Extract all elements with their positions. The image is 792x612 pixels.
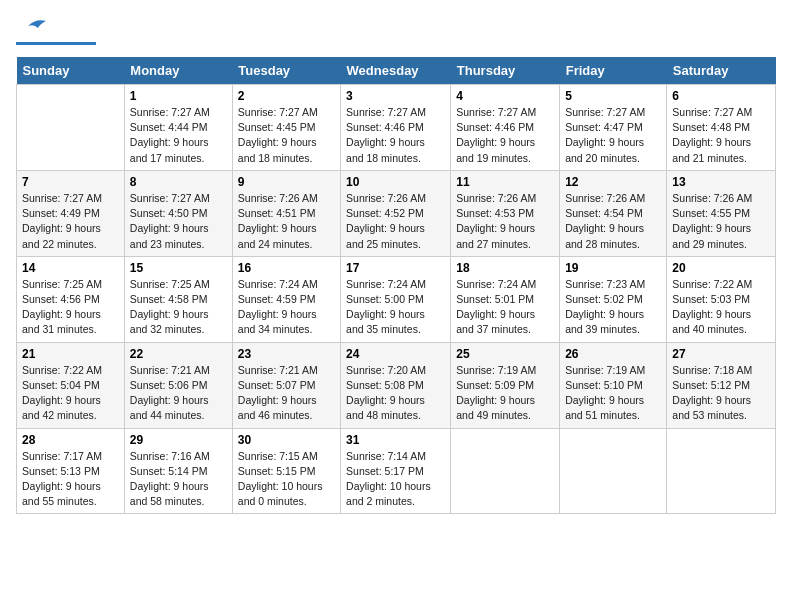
day-number: 15	[130, 261, 227, 275]
day-number: 28	[22, 433, 119, 447]
calendar-cell: 6Sunrise: 7:27 AM Sunset: 4:48 PM Daylig…	[667, 85, 776, 171]
calendar-cell: 30Sunrise: 7:15 AM Sunset: 5:15 PM Dayli…	[232, 428, 340, 514]
day-info: Sunrise: 7:27 AM Sunset: 4:50 PM Dayligh…	[130, 191, 227, 252]
calendar-cell	[451, 428, 560, 514]
calendar-cell: 23Sunrise: 7:21 AM Sunset: 5:07 PM Dayli…	[232, 342, 340, 428]
day-header-friday: Friday	[560, 57, 667, 85]
day-number: 16	[238, 261, 335, 275]
calendar-cell: 1Sunrise: 7:27 AM Sunset: 4:44 PM Daylig…	[124, 85, 232, 171]
day-number: 29	[130, 433, 227, 447]
day-number: 25	[456, 347, 554, 361]
day-info: Sunrise: 7:26 AM Sunset: 4:53 PM Dayligh…	[456, 191, 554, 252]
day-info: Sunrise: 7:20 AM Sunset: 5:08 PM Dayligh…	[346, 363, 445, 424]
calendar-cell: 18Sunrise: 7:24 AM Sunset: 5:01 PM Dayli…	[451, 256, 560, 342]
day-number: 21	[22, 347, 119, 361]
calendar-cell	[667, 428, 776, 514]
calendar-cell: 22Sunrise: 7:21 AM Sunset: 5:06 PM Dayli…	[124, 342, 232, 428]
calendar-cell: 29Sunrise: 7:16 AM Sunset: 5:14 PM Dayli…	[124, 428, 232, 514]
day-info: Sunrise: 7:21 AM Sunset: 5:06 PM Dayligh…	[130, 363, 227, 424]
calendar-table: SundayMondayTuesdayWednesdayThursdayFrid…	[16, 57, 776, 514]
calendar-week-row: 1Sunrise: 7:27 AM Sunset: 4:44 PM Daylig…	[17, 85, 776, 171]
day-number: 9	[238, 175, 335, 189]
page-header	[16, 16, 776, 45]
day-header-thursday: Thursday	[451, 57, 560, 85]
day-info: Sunrise: 7:25 AM Sunset: 4:58 PM Dayligh…	[130, 277, 227, 338]
day-number: 30	[238, 433, 335, 447]
day-info: Sunrise: 7:26 AM Sunset: 4:52 PM Dayligh…	[346, 191, 445, 252]
logo-underline	[16, 42, 96, 45]
day-info: Sunrise: 7:26 AM Sunset: 4:55 PM Dayligh…	[672, 191, 770, 252]
day-number: 8	[130, 175, 227, 189]
calendar-cell: 26Sunrise: 7:19 AM Sunset: 5:10 PM Dayli…	[560, 342, 667, 428]
calendar-cell: 27Sunrise: 7:18 AM Sunset: 5:12 PM Dayli…	[667, 342, 776, 428]
day-number: 7	[22, 175, 119, 189]
calendar-week-row: 21Sunrise: 7:22 AM Sunset: 5:04 PM Dayli…	[17, 342, 776, 428]
day-info: Sunrise: 7:26 AM Sunset: 4:51 PM Dayligh…	[238, 191, 335, 252]
day-number: 3	[346, 89, 445, 103]
day-info: Sunrise: 7:26 AM Sunset: 4:54 PM Dayligh…	[565, 191, 661, 252]
calendar-cell: 9Sunrise: 7:26 AM Sunset: 4:51 PM Daylig…	[232, 170, 340, 256]
day-info: Sunrise: 7:24 AM Sunset: 5:00 PM Dayligh…	[346, 277, 445, 338]
day-number: 11	[456, 175, 554, 189]
day-info: Sunrise: 7:14 AM Sunset: 5:17 PM Dayligh…	[346, 449, 445, 510]
day-info: Sunrise: 7:27 AM Sunset: 4:44 PM Dayligh…	[130, 105, 227, 166]
day-info: Sunrise: 7:16 AM Sunset: 5:14 PM Dayligh…	[130, 449, 227, 510]
day-info: Sunrise: 7:27 AM Sunset: 4:46 PM Dayligh…	[456, 105, 554, 166]
day-number: 4	[456, 89, 554, 103]
calendar-cell: 16Sunrise: 7:24 AM Sunset: 4:59 PM Dayli…	[232, 256, 340, 342]
calendar-week-row: 7Sunrise: 7:27 AM Sunset: 4:49 PM Daylig…	[17, 170, 776, 256]
calendar-cell: 20Sunrise: 7:22 AM Sunset: 5:03 PM Dayli…	[667, 256, 776, 342]
day-number: 17	[346, 261, 445, 275]
day-info: Sunrise: 7:24 AM Sunset: 4:59 PM Dayligh…	[238, 277, 335, 338]
calendar-cell: 24Sunrise: 7:20 AM Sunset: 5:08 PM Dayli…	[341, 342, 451, 428]
day-number: 26	[565, 347, 661, 361]
day-info: Sunrise: 7:25 AM Sunset: 4:56 PM Dayligh…	[22, 277, 119, 338]
day-number: 18	[456, 261, 554, 275]
day-info: Sunrise: 7:24 AM Sunset: 5:01 PM Dayligh…	[456, 277, 554, 338]
day-info: Sunrise: 7:27 AM Sunset: 4:47 PM Dayligh…	[565, 105, 661, 166]
calendar-cell	[560, 428, 667, 514]
day-info: Sunrise: 7:22 AM Sunset: 5:04 PM Dayligh…	[22, 363, 119, 424]
calendar-cell: 28Sunrise: 7:17 AM Sunset: 5:13 PM Dayli…	[17, 428, 125, 514]
calendar-cell: 8Sunrise: 7:27 AM Sunset: 4:50 PM Daylig…	[124, 170, 232, 256]
calendar-cell: 2Sunrise: 7:27 AM Sunset: 4:45 PM Daylig…	[232, 85, 340, 171]
calendar-cell: 7Sunrise: 7:27 AM Sunset: 4:49 PM Daylig…	[17, 170, 125, 256]
day-number: 23	[238, 347, 335, 361]
day-number: 19	[565, 261, 661, 275]
calendar-cell: 17Sunrise: 7:24 AM Sunset: 5:00 PM Dayli…	[341, 256, 451, 342]
calendar-cell: 5Sunrise: 7:27 AM Sunset: 4:47 PM Daylig…	[560, 85, 667, 171]
calendar-cell: 21Sunrise: 7:22 AM Sunset: 5:04 PM Dayli…	[17, 342, 125, 428]
day-info: Sunrise: 7:15 AM Sunset: 5:15 PM Dayligh…	[238, 449, 335, 510]
day-header-wednesday: Wednesday	[341, 57, 451, 85]
day-number: 2	[238, 89, 335, 103]
day-number: 6	[672, 89, 770, 103]
day-header-tuesday: Tuesday	[232, 57, 340, 85]
day-number: 12	[565, 175, 661, 189]
calendar-cell: 25Sunrise: 7:19 AM Sunset: 5:09 PM Dayli…	[451, 342, 560, 428]
day-info: Sunrise: 7:27 AM Sunset: 4:49 PM Dayligh…	[22, 191, 119, 252]
day-number: 10	[346, 175, 445, 189]
calendar-week-row: 14Sunrise: 7:25 AM Sunset: 4:56 PM Dayli…	[17, 256, 776, 342]
day-number: 5	[565, 89, 661, 103]
day-info: Sunrise: 7:27 AM Sunset: 4:48 PM Dayligh…	[672, 105, 770, 166]
calendar-cell: 12Sunrise: 7:26 AM Sunset: 4:54 PM Dayli…	[560, 170, 667, 256]
calendar-cell: 14Sunrise: 7:25 AM Sunset: 4:56 PM Dayli…	[17, 256, 125, 342]
calendar-cell	[17, 85, 125, 171]
day-header-sunday: Sunday	[17, 57, 125, 85]
day-info: Sunrise: 7:19 AM Sunset: 5:09 PM Dayligh…	[456, 363, 554, 424]
calendar-cell: 10Sunrise: 7:26 AM Sunset: 4:52 PM Dayli…	[341, 170, 451, 256]
calendar-cell: 11Sunrise: 7:26 AM Sunset: 4:53 PM Dayli…	[451, 170, 560, 256]
day-info: Sunrise: 7:23 AM Sunset: 5:02 PM Dayligh…	[565, 277, 661, 338]
day-info: Sunrise: 7:17 AM Sunset: 5:13 PM Dayligh…	[22, 449, 119, 510]
day-info: Sunrise: 7:19 AM Sunset: 5:10 PM Dayligh…	[565, 363, 661, 424]
day-info: Sunrise: 7:27 AM Sunset: 4:46 PM Dayligh…	[346, 105, 445, 166]
calendar-header-row: SundayMondayTuesdayWednesdayThursdayFrid…	[17, 57, 776, 85]
day-number: 20	[672, 261, 770, 275]
calendar-cell: 15Sunrise: 7:25 AM Sunset: 4:58 PM Dayli…	[124, 256, 232, 342]
logo-bird-icon	[18, 16, 48, 36]
day-number: 13	[672, 175, 770, 189]
calendar-cell: 13Sunrise: 7:26 AM Sunset: 4:55 PM Dayli…	[667, 170, 776, 256]
day-number: 31	[346, 433, 445, 447]
logo	[16, 16, 96, 45]
day-header-saturday: Saturday	[667, 57, 776, 85]
